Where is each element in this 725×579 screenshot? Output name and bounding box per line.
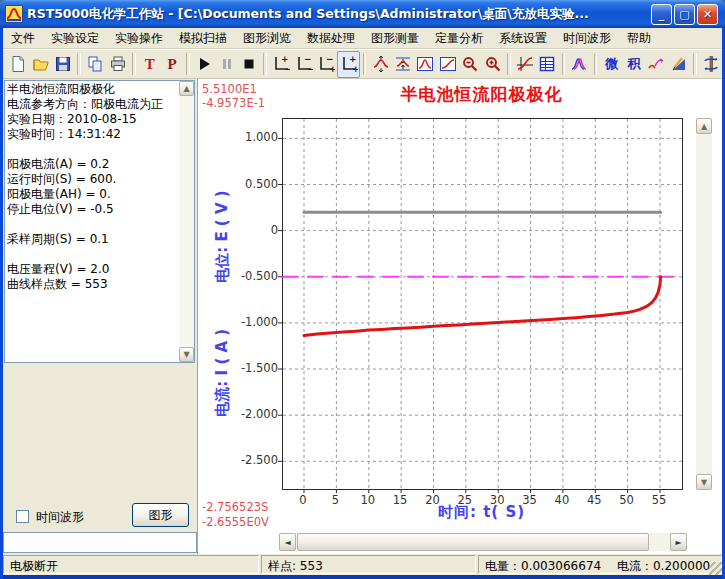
svg-text:+: + [349, 55, 357, 64]
expand-vertical-button[interactable] [369, 51, 391, 78]
chart-title: 半电池恒流阳极极化 [282, 83, 681, 106]
plot-area[interactable] [282, 118, 683, 490]
chart-scroll-down-icon[interactable]: ▼ [696, 474, 712, 490]
axis-plus-minus-button[interactable]: +− [270, 51, 292, 78]
menu-item-帮助[interactable]: 帮助 [619, 28, 659, 49]
svg-text:+: + [352, 64, 358, 73]
chart-scroll-left-icon[interactable]: ◄ [279, 533, 296, 551]
chart-scroll-up-icon[interactable]: ▲ [696, 118, 712, 134]
run-button[interactable] [193, 51, 215, 78]
close-button[interactable]: ✕ [697, 4, 718, 25]
cursor-x-readout: 5.5100E1 [202, 82, 257, 96]
print-button[interactable] [106, 51, 128, 78]
compress-vertical-icon [394, 55, 412, 73]
copy-icon [86, 55, 104, 73]
chart-vertical-scrollbar[interactable]: ▲ ▼ [696, 118, 712, 490]
menu-item-实验设定[interactable]: 实验设定 [43, 28, 107, 49]
view-full-curve-icon [416, 55, 434, 73]
view-full-curve-button[interactable] [414, 51, 436, 78]
menu-item-定量分析[interactable]: 定量分析 [427, 28, 491, 49]
differentiate-button[interactable]: 微 [600, 51, 622, 78]
axis-plus-plus-icon: ++ [340, 55, 358, 73]
view-half-curve-icon [439, 55, 457, 73]
integrate-icon: 积 [627, 55, 640, 73]
view-half-curve-button[interactable] [437, 51, 459, 78]
zoom-in-button[interactable] [482, 51, 504, 78]
time-waveform-label: 时间波形 [36, 509, 84, 526]
svg-text:−: − [326, 55, 334, 64]
y-tick-label: -1.500 [232, 361, 278, 375]
experiment-info-box: 半电池恒流阳极极化 电流参考方向：阳极电流为正 实验日期：2010-08-15 … [4, 80, 195, 363]
chart-scroll-right-icon[interactable]: ► [670, 533, 687, 551]
cursor-time-readout: -2.756523S [202, 500, 268, 514]
text-t-button[interactable]: T [139, 51, 161, 78]
scroll-up-icon[interactable]: ▲ [179, 81, 194, 96]
rotate-3d-icon [702, 55, 720, 73]
readings-status: 电量：0.003066674 电流：0.200000 电压 [478, 555, 722, 574]
graph-button[interactable]: 图形 [132, 503, 189, 527]
smooth-curve-button[interactable] [645, 51, 667, 78]
y-axis-current-label: 电流: I ( A ) [213, 328, 232, 416]
svg-text:−: − [307, 64, 313, 73]
toolbar-separator [594, 53, 598, 75]
pause-icon [218, 55, 236, 73]
toolbar-separator [77, 53, 81, 75]
chart-horizontal-scrollbar[interactable]: ◄ ► [279, 533, 687, 551]
overlay-peaks-icon [570, 55, 588, 73]
chart-hscroll-thumb[interactable] [297, 533, 649, 551]
integrate-button[interactable]: 积 [623, 51, 645, 78]
text-p-button[interactable]: P [161, 51, 183, 78]
minimize-button[interactable]: _ [651, 4, 672, 25]
axis-minus-plus-button[interactable]: −+ [315, 51, 337, 78]
y-tick-label: 1.000 [232, 130, 278, 144]
text-t-icon: T [145, 56, 155, 73]
maximize-button[interactable]: ▢ [674, 4, 695, 25]
info-scrollbar[interactable]: ▲ ▼ [179, 81, 194, 362]
menu-item-数据处理[interactable]: 数据处理 [299, 28, 363, 49]
menu-bar: 文件实验设定实验操作模拟扫描图形浏览数据处理图形测量定量分析系统设置时间波形帮助 [3, 28, 722, 49]
new-file-button[interactable] [7, 51, 29, 78]
svg-text:+: + [281, 55, 289, 64]
overlay-peaks-button[interactable] [568, 51, 590, 78]
baseline-curve-button[interactable] [514, 51, 536, 78]
axis-plus-minus-icon: +− [272, 55, 290, 73]
stop-button[interactable] [238, 51, 260, 78]
copy-button[interactable] [84, 51, 106, 78]
rotate-3d-button[interactable] [700, 51, 722, 78]
save-file-button[interactable] [52, 51, 74, 78]
annotate-button[interactable] [668, 51, 690, 78]
open-file-icon [32, 55, 50, 73]
scroll-down-icon[interactable]: ▼ [179, 347, 194, 362]
menu-item-模拟扫描[interactable]: 模拟扫描 [171, 28, 235, 49]
menu-item-系统设置[interactable]: 系统设置 [491, 28, 555, 49]
differentiate-icon: 微 [605, 55, 618, 73]
menu-item-图形浏览[interactable]: 图形浏览 [235, 28, 299, 49]
time-waveform-checkbox[interactable] [16, 510, 29, 523]
window-title: RST5000电化学工作站 - [C:\Documents and Settin… [27, 6, 651, 23]
open-file-button[interactable] [29, 51, 51, 78]
title-bar: RST5000电化学工作站 - [C:\Documents and Settin… [0, 0, 725, 28]
menu-item-图形测量[interactable]: 图形测量 [363, 28, 427, 49]
compress-vertical-button[interactable] [392, 51, 414, 78]
new-file-icon [9, 55, 27, 73]
stop-icon [240, 55, 258, 73]
zoom-out-button[interactable] [459, 51, 481, 78]
x-axis-label: 时间: t( S) [282, 503, 681, 522]
axis-plus-plus-button[interactable]: ++ [337, 51, 359, 78]
expand-vertical-icon [372, 55, 390, 73]
menu-item-文件[interactable]: 文件 [3, 28, 43, 49]
menu-item-实验操作[interactable]: 实验操作 [107, 28, 171, 49]
menu-item-时间波形[interactable]: 时间波形 [555, 28, 619, 49]
y-tick-label: -2.500 [232, 453, 278, 467]
axis-minus-minus-button[interactable]: −− [292, 51, 314, 78]
waveform-controls: 时间波形 图形 [3, 501, 197, 531]
annotate-icon [670, 55, 688, 73]
data-table-button[interactable] [536, 51, 558, 78]
command-input[interactable] [3, 532, 197, 553]
toolbar: TP+−−−−+++微积 [3, 49, 722, 79]
pause-button[interactable] [215, 51, 237, 78]
resize-grip[interactable] [709, 562, 722, 575]
app-window: RST5000电化学工作站 - [C:\Documents and Settin… [0, 0, 725, 579]
experiment-info-text: 半电池恒流阳极极化 电流参考方向：阳极电流为正 实验日期：2010-08-15 … [7, 82, 178, 361]
svg-text:−: − [284, 64, 290, 73]
